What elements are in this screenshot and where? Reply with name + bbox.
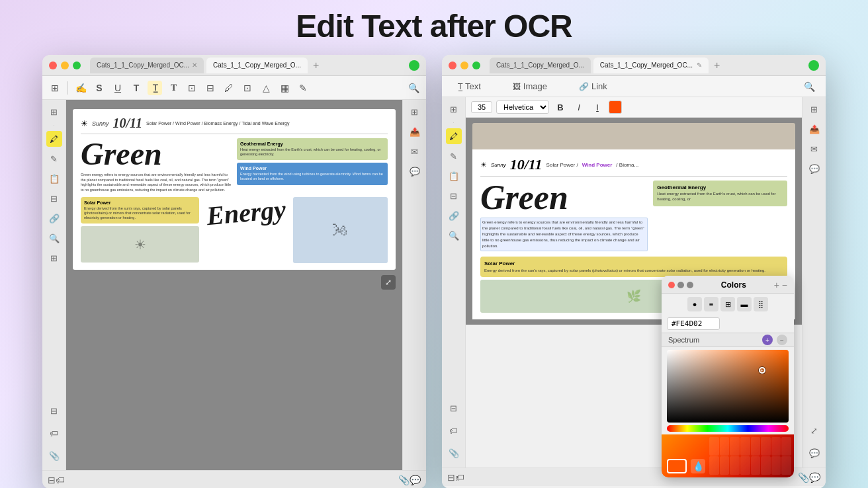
font-select[interactable]: Helvetica bbox=[496, 101, 549, 114]
tool-annotate[interactable]: ✍ bbox=[73, 81, 88, 95]
palette-cell[interactable] bbox=[761, 456, 771, 475]
tool-search[interactable]: 🔍 bbox=[406, 81, 421, 95]
cp-add-icon[interactable]: + bbox=[774, 280, 779, 290]
tool-strikethrough[interactable]: S bbox=[92, 81, 107, 95]
cp-gray-dot[interactable] bbox=[677, 282, 684, 288]
tool-pencil[interactable]: ✎ bbox=[296, 81, 310, 95]
tool-underline[interactable]: U bbox=[110, 81, 125, 95]
cp-red-dot[interactable] bbox=[668, 282, 675, 288]
palette-cell[interactable] bbox=[771, 437, 781, 456]
tool-chart[interactable]: ▦ bbox=[277, 81, 292, 95]
tool-text-box[interactable]: 𝐓 bbox=[166, 81, 181, 95]
bottom-attach-icon[interactable]: 📎 bbox=[398, 475, 410, 485]
right-bottom-comment[interactable]: 💬 bbox=[809, 472, 820, 483]
right-sidebar-layers[interactable]: ⊟ bbox=[446, 400, 462, 416]
palette-cell[interactable] bbox=[751, 437, 761, 456]
palette-cell[interactable] bbox=[730, 456, 740, 475]
spectrum-gradient-area[interactable]: + bbox=[667, 350, 789, 423]
tool-rect[interactable]: ⊡ bbox=[185, 81, 199, 95]
rrs-icon-comments[interactable]: 💬 bbox=[806, 445, 822, 461]
rrs-icon-4[interactable]: 💬 bbox=[806, 161, 822, 177]
close-button[interactable] bbox=[49, 61, 57, 69]
right-sidebar-search[interactable]: 🔍 bbox=[446, 227, 462, 243]
palette-cell[interactable] bbox=[751, 456, 761, 475]
sidebar-icon-search2[interactable]: 🔍 bbox=[46, 230, 62, 246]
spectrum-minus-btn[interactable]: − bbox=[777, 335, 787, 345]
right-sidebar-highlight[interactable]: 🖍 bbox=[446, 128, 462, 144]
color-swatch[interactable] bbox=[609, 101, 622, 114]
right-search-icon[interactable]: 🔍 bbox=[804, 81, 815, 92]
palette-cell[interactable] bbox=[709, 456, 719, 475]
color-result-swatch[interactable] bbox=[667, 459, 687, 473]
palette-cell[interactable] bbox=[781, 437, 791, 456]
dropper-button[interactable]: 💧 bbox=[691, 459, 705, 473]
right-sidebar-form[interactable]: ⊟ bbox=[446, 188, 462, 204]
tool-text-Tx[interactable]: T̲ bbox=[148, 81, 162, 95]
sidebar-icon-bookmark[interactable]: 📋 bbox=[46, 171, 62, 186]
hex-input[interactable] bbox=[667, 317, 720, 330]
palette-cell[interactable] bbox=[720, 456, 730, 475]
right-bottom-bookmark[interactable]: 🏷 bbox=[455, 472, 464, 483]
palette-cell[interactable] bbox=[709, 437, 719, 456]
sidebar-icon-pages[interactable]: ⊞ bbox=[46, 104, 62, 120]
sidebar-icon-form[interactable]: ⊟ bbox=[46, 190, 62, 206]
tool-pages[interactable]: ⊞ bbox=[48, 81, 62, 95]
bottom-bookmark-icon[interactable]: 🏷 bbox=[56, 475, 65, 485]
sidebar-icon-layers[interactable]: ⊞ bbox=[46, 250, 62, 266]
sidebar-icon-highlight[interactable]: 🖍 bbox=[46, 131, 62, 147]
right-fullscreen-button[interactable] bbox=[472, 61, 480, 69]
cp-gray-dot2[interactable] bbox=[687, 282, 693, 288]
right-minimize-button[interactable] bbox=[460, 61, 468, 69]
tab-text[interactable]: T̲ Text bbox=[453, 80, 486, 93]
sidebar-icon-edit[interactable]: ✎ bbox=[46, 151, 62, 167]
sidebar-icon-bookmark2[interactable]: 🏷 bbox=[46, 425, 62, 441]
right-bottom-attach[interactable]: 📎 bbox=[798, 472, 809, 483]
rrs-icon-expand[interactable]: ⤢ bbox=[806, 423, 822, 438]
tool-text-T[interactable]: T bbox=[129, 81, 144, 95]
sidebar-icon-attach[interactable]: 📎 bbox=[46, 448, 62, 464]
palette-cell[interactable] bbox=[740, 456, 750, 475]
cp-tab-pattern[interactable]: ⣿ bbox=[754, 297, 768, 311]
cp-tab-sliders[interactable]: ≡ bbox=[704, 297, 718, 311]
rrs-icon-1[interactable]: ⊞ bbox=[806, 101, 822, 117]
bold-button[interactable]: B bbox=[553, 100, 568, 114]
right-bottom-layers[interactable]: ⊟ bbox=[447, 472, 455, 483]
tab-1[interactable]: Cats_1_1_Copy_Merged_OC... ✕ bbox=[90, 58, 204, 73]
bottom-comment-icon[interactable]: 💬 bbox=[410, 475, 421, 485]
right-sidebar-tag[interactable]: 🏷 bbox=[446, 423, 462, 438]
tool-stamp[interactable]: ⊡ bbox=[240, 81, 255, 95]
right-sidebar-edit[interactable]: ✎ bbox=[446, 148, 462, 164]
rs-icon-1[interactable]: ⊞ bbox=[407, 104, 423, 120]
underline-button[interactable]: I bbox=[590, 100, 605, 114]
right-close-button[interactable] bbox=[449, 61, 456, 69]
rrs-icon-3[interactable]: ✉ bbox=[806, 141, 822, 157]
tab-link[interactable]: 🔗 Link bbox=[574, 80, 613, 93]
bottom-layers-icon[interactable]: ⊟ bbox=[48, 475, 56, 485]
sidebar-icon-link[interactable]: 🔗 bbox=[46, 210, 62, 226]
tool-highlight[interactable]: 🖊 bbox=[222, 81, 236, 95]
tab-1-close[interactable]: ✕ bbox=[192, 61, 197, 69]
right-sidebar-bookmark[interactable]: 📋 bbox=[446, 168, 462, 184]
tool-line[interactable]: ⊟ bbox=[203, 81, 218, 95]
cp-tab-grid[interactable]: ⊞ bbox=[720, 297, 735, 311]
rs-icon-3[interactable]: ✉ bbox=[407, 143, 423, 159]
palette-cell[interactable] bbox=[761, 437, 771, 456]
rs-icon-4[interactable]: 💬 bbox=[407, 163, 423, 179]
font-size-input[interactable] bbox=[471, 101, 492, 113]
palette-cell[interactable] bbox=[781, 456, 791, 475]
palette-cell[interactable] bbox=[720, 437, 730, 456]
right-tab-2[interactable]: Cats_1_1_Copy_Merged_OC... ✎ bbox=[593, 58, 709, 73]
sidebar-icon-layers2[interactable]: ⊟ bbox=[46, 403, 62, 419]
palette-cell[interactable] bbox=[730, 437, 740, 456]
right-sidebar-link[interactable]: 🔗 bbox=[446, 208, 462, 224]
palette-cell[interactable] bbox=[740, 437, 750, 456]
right-sidebar-attach[interactable]: 📎 bbox=[446, 445, 462, 461]
right-tab-1[interactable]: Cats_1_1_Copy_Merged_O... bbox=[490, 58, 591, 73]
italic-button[interactable]: I bbox=[572, 100, 586, 114]
add-tab-button[interactable]: + bbox=[310, 60, 322, 71]
hue-slider[interactable] bbox=[667, 425, 789, 432]
palette-cell[interactable] bbox=[771, 456, 781, 475]
cp-close-icon[interactable]: − bbox=[782, 280, 787, 290]
tab-image[interactable]: 🖼 Image bbox=[507, 80, 552, 93]
spectrum-circle-btn[interactable]: + bbox=[762, 335, 773, 345]
